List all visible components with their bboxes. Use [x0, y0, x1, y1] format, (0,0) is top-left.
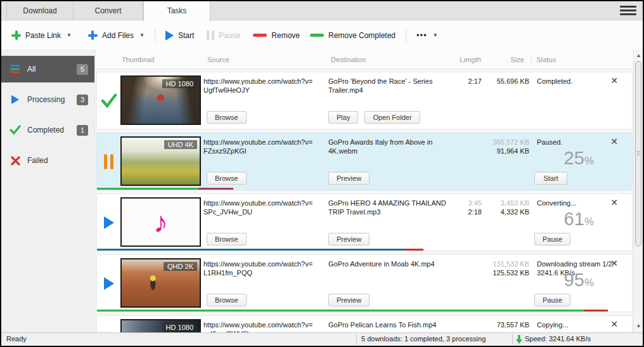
- destination-filename: GoPro 'Beyond the Race' - Series Trailer…: [328, 77, 458, 95]
- length-cell: 3:452:18: [442, 199, 482, 216]
- statusbar-separator: [356, 334, 357, 344]
- tab-download[interactable]: Download: [6, 1, 74, 20]
- downloads-summary-label: 5 downloads: 1 completed, 3 processing: [361, 335, 486, 343]
- preview-button[interactable]: Preview: [328, 172, 370, 185]
- table-header: Thumbnail Source Destination Length Size…: [96, 49, 633, 69]
- add-files-button[interactable]: Add Files ▼: [84, 27, 148, 44]
- status-ready-label: Ready: [6, 335, 27, 343]
- all-lists-icon: [10, 63, 21, 75]
- close-icon[interactable]: ✕: [610, 76, 618, 85]
- progress-bar: [97, 249, 632, 251]
- destination-filename: GoPro Awards Italy from Above in 4K.webm: [328, 138, 458, 155]
- preview-button[interactable]: Preview: [328, 294, 370, 306]
- remove-completed-button[interactable]: Remove Completed: [306, 27, 399, 44]
- remove-button[interactable]: Remove: [249, 27, 304, 44]
- quality-badge: QHD 2K: [164, 262, 197, 271]
- task-row[interactable]: UHD 4K https://www.youtube.com/watch?v=F…: [96, 133, 633, 190]
- size-cell: 73,557 KB: [485, 320, 529, 329]
- pause-label: Pause: [219, 31, 240, 40]
- row-action-button[interactable]: Pause: [534, 294, 570, 306]
- video-thumbnail: ♪: [120, 197, 201, 247]
- column-header-status[interactable]: Status: [536, 56, 556, 63]
- remove-completed-icon: [310, 34, 324, 37]
- browse-button[interactable]: Browse: [207, 233, 247, 246]
- chevron-down-icon[interactable]: ▼: [67, 32, 72, 38]
- sidebar-item-completed[interactable]: Completed 1: [1, 120, 94, 140]
- remove-label: Remove: [271, 31, 300, 40]
- column-header-size[interactable]: Size: [485, 56, 524, 63]
- sidebar-item-all[interactable]: All 5: [1, 56, 94, 82]
- downloading-state-icon: [101, 275, 117, 292]
- length-cell: 2:17: [442, 77, 482, 86]
- row-action-button[interactable]: Start: [534, 172, 567, 185]
- open-folder-button[interactable]: Open Folder: [364, 111, 420, 124]
- scrollbar-thumb[interactable]: [635, 61, 641, 246]
- completed-state-icon: [101, 93, 117, 109]
- progress-percent: 95%: [564, 270, 594, 291]
- speed-label: Speed: 3241.64 KB/s: [525, 335, 591, 343]
- task-row[interactable]: HD 1080 https://www.youtube.com/watch?v=…: [96, 315, 633, 332]
- close-icon[interactable]: ✕: [610, 137, 618, 146]
- size-cell: 3,453 KB4,332 KB: [485, 199, 529, 216]
- status-text: Completed.: [537, 77, 622, 86]
- task-row[interactable]: HD 1080 https://www.youtube.com/watch?v=…: [96, 72, 633, 129]
- destination-buttons: Preview: [328, 172, 370, 185]
- add-files-label: Add Files: [102, 31, 134, 40]
- size-cell: 55,696 KB: [485, 77, 529, 86]
- column-header-destination[interactable]: Destination: [331, 56, 366, 63]
- green-down-arrow-icon: [516, 335, 522, 344]
- quality-badge: HD 1080: [162, 79, 197, 88]
- column-header-source[interactable]: Source: [207, 56, 229, 63]
- status-text: Copying...: [537, 320, 622, 329]
- paste-link-button[interactable]: Paste Link ▼: [8, 27, 75, 44]
- start-button[interactable]: Start: [162, 27, 198, 44]
- destination-filename: GoPro Adventure in Moab 4K.mp4: [328, 259, 458, 268]
- task-row[interactable]: ♪ https://www.youtube.com/watch?v=SPc_JV…: [96, 193, 633, 251]
- hamburger-menu-icon[interactable]: [620, 6, 636, 16]
- progress-bar: [97, 188, 632, 190]
- destination-filename: GoPro HERO 4 AMAZING THAILAND TRIP Trave…: [328, 199, 458, 216]
- toolbar: Paste Link ▼ Add Files ▼ Start Pause Rem…: [1, 21, 643, 49]
- browse-button[interactable]: Browse: [207, 294, 247, 306]
- close-icon[interactable]: ✕: [610, 198, 618, 207]
- play-button[interactable]: Play: [328, 111, 358, 124]
- sidebar-item-processing[interactable]: Processing 3: [1, 89, 94, 110]
- destination-buttons: Preview: [328, 294, 370, 306]
- music-note-icon: ♪: [122, 199, 200, 246]
- paste-link-label: Paste Link: [25, 31, 61, 40]
- close-icon[interactable]: ✕: [610, 259, 618, 268]
- sidebar-item-label: Failed: [27, 156, 88, 165]
- row-action-button[interactable]: Pause: [534, 233, 570, 246]
- browse-button[interactable]: Browse: [207, 111, 247, 124]
- tab-bar: Download Convert Tasks: [1, 1, 643, 20]
- task-row[interactable]: QHD 2K https://www.youtube.com/watch?v=L…: [96, 254, 633, 312]
- browse-button[interactable]: Browse: [207, 172, 247, 185]
- column-header-thumbnail[interactable]: Thumbnail: [122, 56, 154, 63]
- sidebar-item-label: All: [27, 65, 77, 74]
- scroll-down-icon[interactable]: ▼: [634, 322, 643, 331]
- video-thumbnail: HD 1080: [120, 75, 201, 125]
- vertical-scrollbar[interactable]: ▲ ▼: [633, 49, 643, 332]
- chevron-down-icon[interactable]: ▼: [139, 32, 145, 38]
- destination-buttons: PlayOpen Folder: [328, 111, 420, 124]
- column-header-length[interactable]: Length: [442, 56, 481, 63]
- count-badge: 3: [77, 95, 88, 105]
- close-icon[interactable]: ✕: [610, 320, 618, 329]
- progress-percent: 61%: [564, 209, 594, 230]
- video-thumbnail: HD 1080: [120, 319, 201, 332]
- tab-tasks[interactable]: Tasks: [143, 1, 210, 21]
- scroll-up-icon[interactable]: ▲: [634, 51, 643, 60]
- video-thumbnail: QHD 2K: [120, 258, 201, 308]
- cross-icon: [10, 155, 21, 166]
- pause-button[interactable]: Pause: [203, 27, 244, 44]
- more-options-button[interactable]: ••• ▼: [413, 27, 442, 44]
- preview-button[interactable]: Preview: [328, 233, 370, 246]
- status-bar: Ready 5 downloads: 1 completed, 3 proces…: [1, 332, 643, 346]
- task-list: HD 1080 https://www.youtube.com/watch?v=…: [96, 69, 633, 332]
- source-url: https://www.youtube.com/watch?v=SPc_JVHw…: [203, 199, 324, 216]
- play-icon: [165, 30, 174, 41]
- source-url: https://www.youtube.com/watch?v=L1RH1fm_…: [203, 259, 324, 277]
- tab-convert[interactable]: Convert: [74, 1, 143, 20]
- sidebar-item-failed[interactable]: Failed: [1, 150, 94, 171]
- remove-icon: [253, 34, 267, 37]
